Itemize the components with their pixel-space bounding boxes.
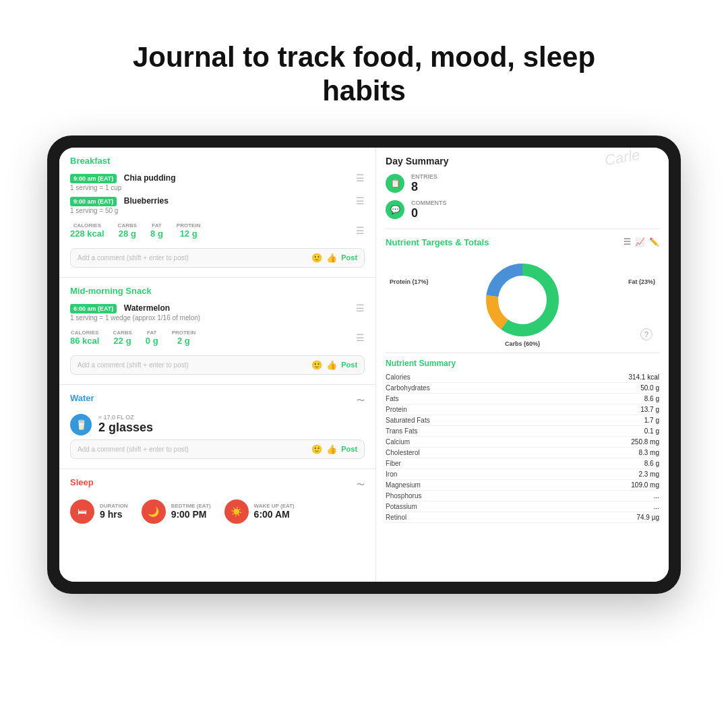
device-frame: Carle Breakfast 9:00 am (EAT) Chia puddi… bbox=[47, 135, 681, 594]
blueberries-time-badge: 9:00 am (EAT) bbox=[70, 197, 117, 206]
nutrient-value: 0.1 g bbox=[644, 427, 659, 435]
nutrient-name: Retinol bbox=[386, 514, 406, 521]
nutrient-rows: Calories314.1 kcalCarbohydrates50.0 gFat… bbox=[386, 372, 659, 523]
sleep-duration-stat: 🛏 DURATION 9 hrs bbox=[70, 499, 128, 524]
sleep-bedtime-icon: 🌙 bbox=[142, 499, 166, 524]
nutrient-name: Fats bbox=[386, 395, 398, 402]
device-screen: Breakfast 9:00 am (EAT) Chia pudding 1 s… bbox=[59, 148, 669, 582]
food-item-watermelon: 6:00 am (EAT) Watermelon 1 serving = 1 w… bbox=[70, 301, 365, 322]
midmorning-macro-icon[interactable]: ☰ bbox=[356, 332, 365, 343]
water-amount: 2 glasses bbox=[98, 421, 153, 435]
nutrient-row: Phosphorus... bbox=[386, 491, 659, 502]
watermelon-note-icon[interactable]: ☰ bbox=[356, 303, 365, 313]
water-comment-placeholder[interactable]: Add a comment (shift + enter to post) bbox=[78, 446, 306, 453]
donut-chart-svg bbox=[479, 256, 566, 344]
nutrient-row: Saturated Fats1.7 g bbox=[386, 415, 659, 426]
midmorning-macros-row: CALORIES 86 kcal CARBS 22 g FAT 0 g PR bbox=[70, 324, 365, 351]
water-cup-icon: 🥛 bbox=[75, 419, 87, 430]
food-item-chia: 9:00 am (EAT) Chia pudding 1 serving = 1… bbox=[70, 171, 365, 191]
nutrient-value: ... bbox=[654, 492, 659, 499]
headline-line2: habits bbox=[322, 75, 406, 107]
nutrient-name: Fiber bbox=[386, 460, 401, 467]
nutrient-name: Trans Fats bbox=[386, 427, 417, 435]
like-icon-2[interactable]: 👍 bbox=[326, 360, 337, 370]
midmorning-comment-box[interactable]: Add a comment (shift + enter to post) 🙂 … bbox=[70, 355, 365, 375]
summary-stats: 📋 ENTRIES 8 💬 COMMENTS 0 bbox=[386, 173, 659, 229]
sleep-wakeup-value: 6:00 AM bbox=[254, 509, 295, 520]
nutrient-value: 109.0 mg bbox=[631, 481, 659, 489]
emoji-icon-3[interactable]: 🙂 bbox=[311, 444, 322, 454]
like-icon-3[interactable]: 👍 bbox=[326, 444, 337, 454]
comments-value: 0 bbox=[411, 206, 447, 220]
sleep-bedtime-value: 9:00 PM bbox=[171, 509, 211, 520]
left-panel: Breakfast 9:00 am (EAT) Chia pudding 1 s… bbox=[59, 148, 376, 582]
emoji-icon[interactable]: 🙂 bbox=[311, 253, 322, 263]
entries-value: 8 bbox=[411, 180, 437, 194]
nutrient-row: Magnesium109.0 mg bbox=[386, 480, 659, 491]
nutrient-value: 1.7 g bbox=[644, 417, 659, 424]
midmorning-calories: CALORIES 86 kcal bbox=[70, 330, 99, 346]
blueberries-note-icon[interactable]: ☰ bbox=[356, 195, 365, 206]
nutrient-targets-title: Nutrient Targets & Totals ☰ 📈 ✏️ bbox=[386, 237, 659, 247]
sleep-trend-icon[interactable]: 〜 bbox=[357, 479, 365, 491]
sleep-bedtime-label: BEDTIME (EAT) bbox=[171, 503, 211, 509]
sleep-title: Sleep bbox=[70, 477, 94, 487]
breakfast-macros: CALORIES 228 kcal CARBS 28 g FAT 8 g P bbox=[70, 222, 220, 239]
entries-stat-row: 📋 ENTRIES 8 bbox=[386, 173, 659, 194]
nutrient-name: Iron bbox=[386, 471, 397, 478]
nutrient-value: 8.3 mg bbox=[638, 449, 659, 456]
donut-fat-label: Fat (23%) bbox=[628, 278, 655, 285]
question-icon[interactable]: ? bbox=[640, 328, 653, 340]
chia-note-icon[interactable]: ☰ bbox=[356, 173, 365, 183]
nutrient-value: 50.0 g bbox=[640, 384, 659, 392]
like-icon[interactable]: 👍 bbox=[326, 253, 337, 263]
nutrient-trend-icon[interactable]: 📈 bbox=[635, 237, 645, 247]
nutrient-row: Cholesterol8.3 mg bbox=[386, 448, 659, 458]
water-post-button[interactable]: Post bbox=[341, 445, 357, 453]
sleep-wakeup-label: WAKE UP (EAT) bbox=[254, 503, 295, 509]
donut-protein-label: Protein (17%) bbox=[390, 278, 429, 285]
midmorning-title: Mid-morning Snack bbox=[70, 286, 365, 296]
nutrient-row: Calcium250.8 mg bbox=[386, 437, 659, 448]
breakfast-comment-placeholder[interactable]: Add a comment (shift + enter to post) bbox=[78, 254, 306, 262]
nutrient-row: Calories314.1 kcal bbox=[386, 372, 659, 383]
nutrient-row: Retinol74.9 µg bbox=[386, 512, 659, 523]
nutrient-row: Fiber8.6 g bbox=[386, 458, 659, 469]
food-item-blueberries: 9:00 am (EAT) Blueberries 1 serving = 50… bbox=[70, 194, 365, 214]
midmorning-post-button[interactable]: Post bbox=[341, 361, 357, 369]
right-panel: Day Summary 📋 ENTRIES 8 💬 bbox=[376, 148, 669, 582]
breakfast-macro-icon[interactable]: ☰ bbox=[356, 225, 365, 236]
nutrient-name: Calories bbox=[386, 373, 411, 381]
nutrient-row: Potassium... bbox=[386, 502, 659, 512]
headline-line1: Journal to track food, mood, sleep bbox=[133, 41, 595, 73]
water-header: Water 〜 bbox=[70, 393, 365, 408]
nutrient-row: Protein13.7 g bbox=[386, 404, 659, 415]
chia-serving: 1 serving = 1 cup bbox=[70, 184, 351, 191]
nutrient-row: Carbohydrates50.0 g bbox=[386, 383, 659, 394]
midmorning-comment-placeholder[interactable]: Add a comment (shift + enter to post) bbox=[78, 361, 306, 369]
sleep-duration-label: DURATION bbox=[100, 503, 128, 509]
breakfast-protein: PROTEIN 12 g bbox=[177, 222, 201, 239]
nutrient-name: Calcium bbox=[386, 438, 410, 446]
breakfast-calories: CALORIES 228 kcal bbox=[70, 222, 104, 239]
comments-icon: 💬 bbox=[390, 205, 400, 214]
breakfast-carbs: CARBS 28 g bbox=[118, 222, 137, 239]
nutrient-name: Cholesterol bbox=[386, 449, 420, 456]
page-headline: Journal to track food, mood, sleep habit… bbox=[133, 40, 595, 109]
nutrient-row: Trans Fats0.1 g bbox=[386, 426, 659, 437]
water-comment-box[interactable]: Add a comment (shift + enter to post) 🙂 … bbox=[70, 439, 365, 459]
nutrient-table-icon[interactable]: ☰ bbox=[624, 237, 631, 247]
emoji-icon-2[interactable]: 🙂 bbox=[311, 360, 322, 370]
water-trend-icon[interactable]: 〜 bbox=[357, 395, 365, 406]
nutrient-edit-icon[interactable]: ✏️ bbox=[649, 237, 659, 247]
midmorning-macros: CALORIES 86 kcal CARBS 22 g FAT 0 g PR bbox=[70, 330, 216, 346]
water-comment-icons: 🙂 👍 Post bbox=[311, 444, 357, 454]
water-title: Water bbox=[70, 393, 94, 403]
sleep-wakeup-icon: ☀️ bbox=[224, 499, 249, 524]
chia-time-badge: 9:00 am (EAT) bbox=[70, 174, 117, 183]
nutrient-value: 8.6 g bbox=[644, 395, 659, 402]
comments-label: COMMENTS bbox=[411, 200, 447, 206]
breakfast-post-button[interactable]: Post bbox=[341, 253, 357, 262]
nutrient-value: 250.8 mg bbox=[631, 438, 659, 446]
breakfast-comment-box[interactable]: Add a comment (shift + enter to post) 🙂 … bbox=[70, 248, 365, 268]
